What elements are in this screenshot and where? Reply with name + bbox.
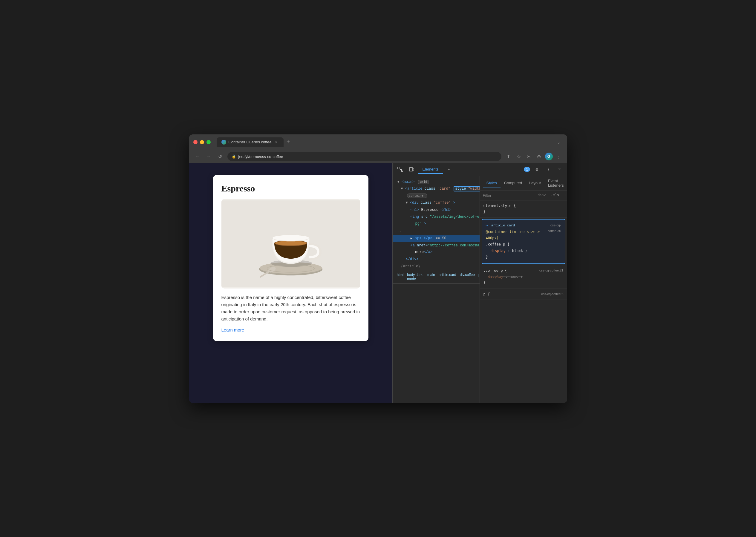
p-selector: p { bbox=[483, 291, 490, 297]
url-text: jec.fyi/demo/css-cq-coffee bbox=[239, 154, 283, 159]
prop-display-name: display bbox=[491, 249, 506, 253]
tree-a-cont: more</a> bbox=[393, 249, 480, 256]
tab-list-chevron[interactable]: ⌄ bbox=[555, 140, 563, 145]
elements-panel: ▼ <main> grid ▼ <article class="card" st… bbox=[393, 176, 480, 403]
traffic-lights bbox=[193, 140, 211, 144]
style-rule-coffee-p: .coffee p { css-cq-coffee:21 display : n… bbox=[480, 265, 567, 289]
tree-h1[interactable]: <h1> Espresso </h1> bbox=[393, 207, 480, 214]
tab-bar: Container Queries coffee × + ⌄ bbox=[217, 137, 563, 147]
styles-filter-bar: :hov .cls + ⧉ ◨ bbox=[480, 191, 567, 200]
tree-p[interactable]: ▶ <p>…</p> == $0 bbox=[393, 235, 480, 242]
html-tree: ▼ <main> grid ▼ <article class="card" st… bbox=[393, 179, 480, 270]
learn-more-link[interactable]: Learn more bbox=[221, 327, 245, 332]
breadcrumb-p[interactable]: p bbox=[477, 272, 480, 282]
bookmark-button[interactable]: ☆ bbox=[514, 152, 523, 161]
devtools-toolbar: Elements » 1 ⚙ ⋮ × bbox=[393, 163, 567, 176]
styles-panel: Styles Computed Layout Event Listeners »… bbox=[480, 176, 567, 403]
style-rule-container: → article.card @container (inline-size >… bbox=[482, 219, 565, 264]
hov-filter-button[interactable]: :hov bbox=[535, 193, 548, 198]
rule-arrow-icon: → bbox=[486, 224, 488, 227]
breadcrumb-article[interactable]: article.card bbox=[437, 272, 458, 282]
nav-actions: ⬆ ☆ ✂ ⊕ G ⋮ bbox=[505, 152, 563, 161]
devtools-tabs: Elements » bbox=[418, 165, 522, 174]
minimize-traffic-light[interactable] bbox=[200, 140, 204, 144]
tree-article[interactable]: ▼ <article class="card" style="width: 50… bbox=[393, 186, 480, 193]
tab-close-button[interactable]: × bbox=[274, 140, 279, 145]
lock-icon: 🔒 bbox=[232, 154, 236, 159]
tree-article-ellipsis[interactable]: {article} bbox=[393, 263, 480, 270]
rule-close-brace: } bbox=[486, 255, 488, 259]
new-tab-button[interactable]: + bbox=[284, 139, 293, 145]
coffee-title: Espresso bbox=[221, 184, 360, 193]
coffee-description: Espresso is the name of a highly concent… bbox=[221, 294, 360, 322]
devtools-more-button[interactable]: ⋮ bbox=[544, 165, 553, 174]
svg-point-7 bbox=[273, 235, 309, 241]
ellipsis-line: ... bbox=[393, 227, 480, 235]
style-rule-element: element.style { } bbox=[480, 200, 567, 218]
profile-avatar[interactable]: G bbox=[545, 153, 553, 160]
svg-rect-12 bbox=[409, 168, 413, 171]
breadcrumb-bar: html body.dark-mode main article.card di… bbox=[393, 270, 480, 284]
address-bar[interactable]: 🔒 jec.fyi/demo/css-cq-coffee bbox=[227, 152, 502, 161]
active-tab[interactable]: Container Queries coffee × bbox=[217, 137, 284, 147]
title-bar: Container Queries coffee × + ⌄ bbox=[189, 134, 567, 150]
browser-window: Container Queries coffee × + ⌄ ← → ↺ 🔒 j… bbox=[189, 134, 567, 403]
devtools-close-button[interactable]: × bbox=[555, 165, 564, 174]
nav-bar: ← → ↺ 🔒 jec.fyi/demo/css-cq-coffee ⬆ ☆ ✂… bbox=[189, 150, 567, 163]
tree-img[interactable]: <img src="/assets/img/demo/cof-espresso.… bbox=[393, 214, 480, 221]
container-query-text: @container (inline-size > 400px) bbox=[486, 230, 540, 240]
container-rule-link[interactable]: article.card bbox=[491, 224, 515, 227]
tree-div-coffee[interactable]: ▼ <div class="coffee" > bbox=[393, 199, 480, 207]
main-content: Espresso bbox=[189, 163, 567, 403]
coffee-p-selector: .coffee p { bbox=[483, 268, 507, 273]
rule-source-p[interactable]: css-cq-coffee:3 bbox=[541, 291, 563, 297]
share-button[interactable]: ⬆ bbox=[505, 152, 513, 161]
tree-a[interactable]: <a href="http://coffee.com/mocha" > Lear… bbox=[393, 242, 480, 249]
styles-panel-tabs: Styles Computed Layout Event Listeners » bbox=[480, 176, 567, 191]
back-button[interactable]: ← bbox=[193, 152, 202, 161]
webpage-area: Espresso bbox=[189, 163, 392, 403]
filter-buttons: :hov .cls + ⧉ ◨ bbox=[535, 193, 567, 198]
tab-event-listeners[interactable]: Event Listeners bbox=[545, 176, 567, 190]
tab-styles[interactable]: Styles bbox=[483, 178, 501, 188]
tab-layout[interactable]: Layout bbox=[526, 178, 545, 188]
svg-rect-13 bbox=[413, 169, 414, 170]
container-sub-selector: .coffee p { bbox=[486, 242, 510, 246]
rule-source-coffee-p[interactable]: css-cq-coffee:21 bbox=[539, 268, 563, 273]
devtools-tab-elements[interactable]: Elements bbox=[418, 165, 443, 174]
breadcrumb-html[interactable]: html bbox=[396, 272, 405, 282]
tree-img-cont[interactable]: pg" > bbox=[393, 221, 480, 227]
extension2-button[interactable]: ⊕ bbox=[535, 152, 543, 161]
close-traffic-light[interactable] bbox=[193, 140, 198, 144]
tree-main[interactable]: ▼ <main> grid bbox=[393, 179, 480, 186]
add-style-button[interactable]: + bbox=[562, 193, 567, 198]
breadcrumb-div[interactable]: div.coffee bbox=[459, 272, 476, 282]
devtools-main: ▼ <main> grid ▼ <article class="card" st… bbox=[393, 176, 567, 403]
tree-article-badge: container bbox=[393, 193, 480, 200]
reload-button[interactable]: ↺ bbox=[216, 152, 224, 161]
styles-content: element.style { } → article.car bbox=[480, 200, 567, 403]
devtools-chat-badge[interactable]: 1 bbox=[524, 167, 530, 172]
coffee-image bbox=[221, 199, 360, 289]
devtools-panel: Elements » 1 ⚙ ⋮ × ▼ <main> bbox=[392, 163, 567, 403]
inspect-element-button[interactable] bbox=[396, 165, 405, 174]
tab-title: Container Queries coffee bbox=[229, 140, 272, 144]
rule-source-container[interactable]: css-cq-coffee:30 bbox=[542, 223, 561, 233]
maximize-traffic-light[interactable] bbox=[206, 140, 211, 144]
tab-computed[interactable]: Computed bbox=[501, 178, 526, 188]
style-rule-p: p { css-cq-coffee:3 bbox=[480, 289, 567, 300]
styles-filter-input[interactable] bbox=[483, 193, 533, 198]
svg-rect-11 bbox=[398, 167, 400, 169]
breadcrumb-main[interactable]: main bbox=[426, 272, 436, 282]
coffee-card: Espresso bbox=[213, 175, 369, 341]
prop-display-value: block bbox=[512, 249, 523, 253]
forward-button[interactable]: → bbox=[205, 152, 213, 161]
cls-filter-button[interactable]: .cls bbox=[549, 193, 561, 198]
breadcrumb-body[interactable]: body.dark-mode bbox=[406, 272, 425, 282]
extension1-button[interactable]: ✂ bbox=[525, 152, 533, 161]
tree-div-close[interactable]: </div> bbox=[393, 256, 480, 263]
device-toolbar-button[interactable] bbox=[407, 165, 416, 174]
more-menu-button[interactable]: ⋮ bbox=[555, 152, 563, 161]
devtools-tab-more[interactable]: » bbox=[443, 165, 454, 174]
devtools-settings-button[interactable]: ⚙ bbox=[532, 165, 542, 174]
